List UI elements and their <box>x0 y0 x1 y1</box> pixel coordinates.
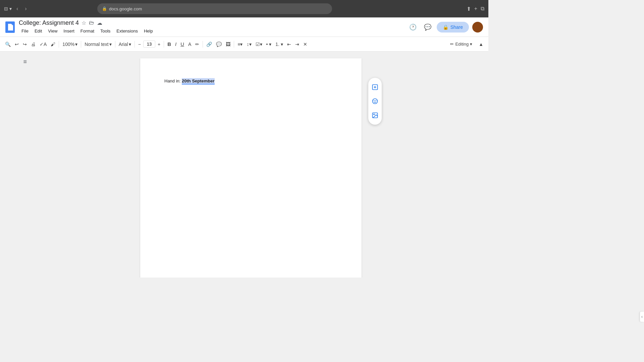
menu-edit[interactable]: Edit <box>32 27 45 35</box>
editing-label: Editing <box>455 42 469 47</box>
menu-tools[interactable]: Tools <box>98 27 113 35</box>
toolbar-collapse-btn[interactable]: ▲ <box>477 40 485 48</box>
editing-mode-btn[interactable]: ✏ Editing ▾ <box>447 40 476 48</box>
hand-in-label: Hand in: <box>164 78 180 83</box>
pencil-icon: ✏ <box>450 42 454 47</box>
url-text: docs.google.com <box>109 6 142 11</box>
menu-help[interactable]: Help <box>141 27 156 35</box>
doc-icon <box>5 21 15 33</box>
divider-4 <box>135 41 135 48</box>
float-image-btn[interactable] <box>368 109 382 122</box>
hand-in-paragraph: Hand in: 20th September <box>164 78 337 83</box>
clear-format-btn[interactable]: ✕ <box>302 40 309 48</box>
indent-increase-btn[interactable]: ⇥ <box>293 40 301 48</box>
forward-button[interactable]: › <box>23 4 29 13</box>
font-dropdown-icon: ▾ <box>129 42 131 47</box>
sidebar-toggle-icon[interactable]: ⊟ <box>4 6 8 11</box>
font-value: Arial <box>119 42 128 47</box>
divider-2 <box>81 41 81 48</box>
font-btn[interactable]: Arial ▾ <box>117 40 133 48</box>
windows-icon[interactable]: ⧉ <box>481 6 484 12</box>
share-label: Share <box>450 24 463 30</box>
formatting-toolbar: 🔍 ↩ ↪ 🖨 ✓A 🖌 100% ▾ Normal text ▾ Arial … <box>0 37 488 52</box>
main-area: ≡ Hand in: 20th September <box>0 52 488 278</box>
font-size-increase-btn[interactable]: + <box>156 40 162 48</box>
zoom-btn[interactable]: 100% ▾ <box>61 40 79 48</box>
indent-decrease-btn[interactable]: ⇤ <box>285 40 293 48</box>
tabs-area: ⊟ ▾ <box>4 6 12 11</box>
spellcheck-btn[interactable]: ✓A <box>38 40 48 48</box>
checklist-btn[interactable]: ☑▾ <box>254 40 264 48</box>
comment-btn[interactable]: 💬 <box>214 40 223 48</box>
new-tab-icon[interactable]: + <box>474 6 477 12</box>
underline-btn[interactable]: U <box>179 40 186 48</box>
font-size-decrease-btn[interactable]: − <box>137 40 143 48</box>
outline-icon[interactable]: ≡ <box>23 58 27 65</box>
right-panel <box>472 52 488 278</box>
style-dropdown-icon: ▾ <box>109 42 112 47</box>
divider-3 <box>115 41 115 48</box>
floating-toolbar <box>368 78 382 125</box>
app-bar-actions: 🕐 💬 🔒 Share <box>407 21 483 33</box>
numbered-list-btn[interactable]: 1. ▾ <box>274 40 285 48</box>
doc-title-row: College: Assignment 4 ☆ 🗁 ☁ <box>19 19 403 26</box>
menu-extensions[interactable]: Extensions <box>114 27 141 35</box>
address-bar[interactable]: 🔒 docs.google.com <box>97 3 332 14</box>
style-value: Normal text <box>85 42 109 47</box>
style-btn[interactable]: Normal text ▾ <box>83 40 113 48</box>
zoom-value: 100% <box>62 42 74 47</box>
divider-7 <box>234 41 234 48</box>
menu-view[interactable]: View <box>45 27 60 35</box>
left-sidebar: ≡ <box>0 52 30 278</box>
page-content: Hand in: 20th September <box>164 78 337 83</box>
toolbar-right: ✏ Editing ▾ ▲ <box>447 40 485 48</box>
paint-format-btn[interactable]: 🖌 <box>49 40 57 48</box>
tab-dropdown-icon[interactable]: ▾ <box>9 6 12 11</box>
highlight-btn[interactable]: ✏ <box>194 40 201 48</box>
svg-point-10 <box>374 114 375 115</box>
user-avatar[interactable] <box>472 22 483 33</box>
menu-format[interactable]: Format <box>78 27 97 35</box>
bold-btn[interactable]: B <box>166 40 173 48</box>
divider-6 <box>203 41 203 48</box>
share-lock-icon: 🔒 <box>443 24 448 30</box>
date-highlight: 20th September <box>182 78 215 84</box>
zoom-dropdown-icon: ▾ <box>75 42 77 47</box>
star-icon[interactable]: ☆ <box>82 20 86 26</box>
document-page: Hand in: 20th September <box>140 58 362 278</box>
app-bar: College: Assignment 4 ☆ 🗁 ☁ File Edit Vi… <box>0 17 488 37</box>
float-emoji-btn[interactable] <box>368 95 382 108</box>
browser-chrome: ⊟ ▾ ‹ › 🔒 docs.google.com ⬆ + ⧉ <box>0 0 488 17</box>
bullet-list-btn[interactable]: • ▾ <box>265 40 273 48</box>
document-area[interactable]: Hand in: 20th September <box>30 52 472 278</box>
back-button[interactable]: ‹ <box>14 4 20 13</box>
editing-dropdown-icon: ▾ <box>470 42 472 47</box>
align-btn[interactable]: ≡▾ <box>236 40 244 48</box>
comments-icon[interactable]: 💬 <box>422 21 433 33</box>
browser-actions: ⬆ + ⧉ <box>467 6 484 12</box>
redo-btn[interactable]: ↪ <box>21 40 29 48</box>
doc-title: College: Assignment 4 <box>19 19 79 26</box>
search-btn[interactable]: 🔍 <box>3 40 12 48</box>
line-spacing-btn[interactable]: ↕▾ <box>245 40 253 48</box>
share-button[interactable]: 🔒 Share <box>437 22 469 33</box>
undo-btn[interactable]: ↩ <box>13 40 20 48</box>
float-add-btn[interactable] <box>368 80 382 94</box>
history-icon[interactable]: 🕐 <box>407 21 419 33</box>
menu-bar: File Edit View Insert Format Tools Exten… <box>19 27 403 35</box>
doc-title-area: College: Assignment 4 ☆ 🗁 ☁ File Edit Vi… <box>19 19 403 35</box>
menu-insert[interactable]: Insert <box>61 27 77 35</box>
menu-file[interactable]: File <box>19 27 31 35</box>
divider-5 <box>164 41 164 48</box>
svg-point-6 <box>373 99 378 104</box>
print-btn[interactable]: 🖨 <box>29 40 37 48</box>
lock-icon: 🔒 <box>102 6 107 11</box>
cloud-icon[interactable]: ☁ <box>97 20 102 26</box>
image-btn[interactable]: 🖼 <box>224 40 232 48</box>
share-page-icon[interactable]: ⬆ <box>467 6 471 12</box>
link-btn[interactable]: 🔗 <box>205 40 214 48</box>
italic-btn[interactable]: I <box>173 40 178 48</box>
folder-icon[interactable]: 🗁 <box>89 20 94 26</box>
text-color-btn[interactable]: A <box>186 40 193 48</box>
font-size-input[interactable]: 13 <box>143 41 155 48</box>
